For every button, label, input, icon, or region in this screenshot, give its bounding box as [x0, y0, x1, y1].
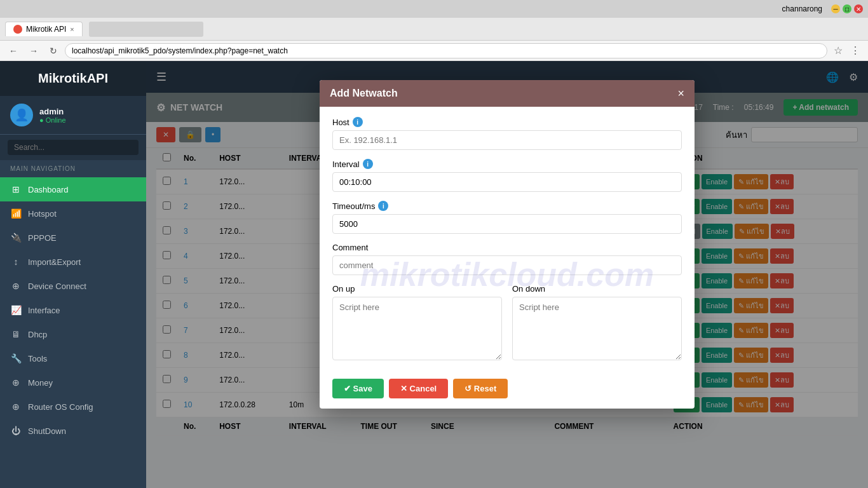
- window-minimize-button[interactable]: ─: [831, 4, 840, 13]
- sidebar-item-label: Tools: [28, 354, 47, 363]
- pppoe-icon: 🔌: [10, 233, 22, 243]
- sidebar-item-label: Router OS Config: [28, 402, 93, 412]
- on-up-group: On up: [332, 284, 502, 362]
- sidebar: MikrotikAPI 👤 admin ● Online MAIN NAVIGA…: [0, 61, 146, 488]
- settings-icon[interactable]: ⋮: [848, 43, 863, 58]
- address-bar[interactable]: [65, 43, 827, 58]
- tab-close-button[interactable]: ×: [70, 25, 74, 33]
- host-help-icon[interactable]: i: [353, 117, 363, 127]
- timeout-input[interactable]: [332, 214, 682, 234]
- sidebar-item-label: PPPOE: [28, 233, 57, 243]
- host-input[interactable]: [332, 130, 682, 150]
- sidebar-item-device-connect[interactable]: ⊕ Device Connect: [0, 274, 146, 298]
- sidebar-item-router-os-config[interactable]: ⊕ Router OS Config: [0, 395, 146, 419]
- hotspot-icon: 📶: [10, 208, 22, 219]
- refresh-button[interactable]: ↻: [46, 44, 61, 57]
- sidebar-item-label: Device Connect: [28, 281, 86, 291]
- sidebar-item-label: ShutDown: [28, 426, 66, 436]
- window-close-button[interactable]: ✕: [854, 4, 863, 13]
- host-field-group: Host i: [332, 117, 682, 150]
- interval-field-group: Interval i: [332, 159, 682, 192]
- sidebar-item-label: Interface: [28, 306, 60, 315]
- timeout-field-group: Timeout/ms i: [332, 201, 682, 234]
- money-icon: ⊕: [10, 377, 22, 388]
- interval-input[interactable]: [332, 172, 682, 192]
- interval-help-icon[interactable]: i: [363, 159, 373, 169]
- forward-button[interactable]: →: [25, 44, 42, 57]
- comment-field-group: Comment: [332, 243, 682, 275]
- sidebar-item-pppoe[interactable]: 🔌 PPPOE: [0, 226, 146, 250]
- device-connect-icon: ⊕: [10, 281, 22, 291]
- router-os-icon: ⊕: [10, 402, 22, 412]
- sidebar-search-container: [0, 135, 146, 160]
- cancel-button[interactable]: ✕ Cancel: [389, 379, 448, 398]
- sidebar-item-dashboard[interactable]: ⊞ Dashboard: [0, 177, 146, 201]
- sidebar-item-hotspot[interactable]: 📶 Hotspot: [0, 201, 146, 226]
- modal-title: Add Netwatch: [330, 88, 398, 99]
- timeout-label: Timeout/ms i: [332, 201, 682, 211]
- on-down-group: On down: [512, 284, 682, 362]
- window-maximize-button[interactable]: □: [843, 4, 851, 13]
- sidebar-item-interface[interactable]: 📈 Interface: [0, 298, 146, 322]
- save-button[interactable]: ✔ Save: [332, 379, 384, 398]
- sidebar-item-label: Money: [28, 378, 53, 388]
- tools-icon: 🔧: [10, 353, 22, 363]
- reset-button[interactable]: ↺ Reset: [453, 379, 508, 398]
- modal-body: Host i Interval i: [320, 107, 695, 372]
- new-tab-area: [89, 22, 203, 37]
- app-container: MikrotikAPI 👤 admin ● Online MAIN NAVIGA…: [0, 61, 868, 488]
- sidebar-item-label: Hotspot: [28, 209, 57, 219]
- dhcp-icon: 🖥: [10, 329, 22, 339]
- sidebar-item-money[interactable]: ⊕ Money: [0, 370, 146, 395]
- script-row: On up On down: [332, 284, 682, 362]
- modal-close-button[interactable]: ×: [677, 88, 684, 99]
- on-up-label: On up: [332, 284, 502, 294]
- shutdown-icon: ⏻: [10, 426, 22, 436]
- browser-tab-bar: Mikrotik API ×: [0, 18, 868, 41]
- on-down-textarea[interactable]: [512, 297, 682, 360]
- import-export-icon: ↕: [10, 257, 22, 267]
- user-info: 👤 admin ● Online: [0, 96, 146, 135]
- modal-overlay: mikrotikcloud.com Add Netwatch × Host i: [146, 61, 868, 488]
- nav-section-label: MAIN NAVIGATION: [0, 160, 146, 177]
- browser-actions: ☆ ⋮: [831, 43, 863, 58]
- username: admin: [39, 107, 66, 116]
- sidebar-item-label: Dhcp: [28, 330, 47, 339]
- sidebar-search-input[interactable]: [8, 140, 139, 155]
- user-status: ● Online: [39, 116, 66, 124]
- browser-controls: ← → ↻ ☆ ⋮: [0, 41, 868, 61]
- on-down-label: On down: [512, 284, 682, 294]
- app-logo: MikrotikAPI: [0, 61, 146, 96]
- bookmark-icon[interactable]: ☆: [831, 43, 845, 58]
- on-up-textarea[interactable]: [332, 297, 502, 360]
- sidebar-item-import-export[interactable]: ↕ Import&Export: [0, 250, 146, 274]
- main-content: ☰ 🌐 ⚙ ⚙ NET WATCH 14h16m17s Date : dec/1…: [146, 61, 868, 488]
- sidebar-item-label: Import&Export: [28, 257, 81, 267]
- back-button[interactable]: ←: [5, 44, 22, 57]
- sidebar-item-tools[interactable]: 🔧 Tools: [0, 346, 146, 370]
- window-bar: channarong ─ □ ✕: [0, 0, 868, 18]
- modal-header: Add Netwatch ×: [320, 80, 695, 107]
- dashboard-icon: ⊞: [10, 184, 22, 194]
- tab-title: Mikrotik API: [26, 25, 66, 34]
- interface-icon: 📈: [10, 305, 22, 315]
- host-label: Host i: [332, 117, 682, 127]
- sidebar-item-label: Dashboard: [28, 185, 69, 194]
- comment-label: Comment: [332, 243, 682, 252]
- avatar: 👤: [10, 104, 33, 126]
- modal-footer: ✔ Save ✕ Cancel ↺ Reset: [320, 372, 695, 409]
- comment-input[interactable]: [332, 255, 682, 275]
- timeout-help-icon[interactable]: i: [378, 201, 388, 211]
- tab-favicon: [13, 25, 22, 34]
- sidebar-item-shutdown[interactable]: ⏻ ShutDown: [0, 419, 146, 443]
- add-netwatch-modal: Add Netwatch × Host i I: [320, 80, 695, 409]
- browser-tab[interactable]: Mikrotik API ×: [5, 22, 83, 36]
- sidebar-item-dhcp[interactable]: 🖥 Dhcp: [0, 322, 146, 346]
- window-user-label: channarong: [782, 4, 822, 13]
- interval-label: Interval i: [332, 159, 682, 169]
